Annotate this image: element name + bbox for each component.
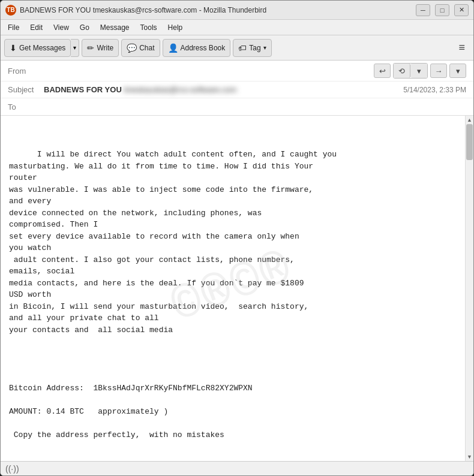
window-controls: ─ □ ✕ [416, 4, 469, 16]
minimize-button[interactable]: ─ [416, 4, 430, 16]
forward-button[interactable]: → [430, 64, 447, 78]
status-icon: ((·)) [5, 464, 19, 474]
address-book-button[interactable]: 👤 Address Book [163, 39, 231, 57]
chat-button[interactable]: 💬 Chat [121, 39, 160, 57]
email-body-container: ©®©® I will be direct You watch adult co… [1, 116, 473, 461]
write-icon: ✏ [87, 43, 94, 53]
from-label: From [8, 67, 44, 76]
close-button[interactable]: ✕ [454, 4, 469, 16]
write-button[interactable]: ✏ Write [82, 39, 119, 57]
nav-buttons: ↩ ⟲ ▾ → ▾ [374, 63, 466, 79]
address-book-icon: 👤 [168, 43, 178, 53]
scrollbar[interactable]: ▲ ▼ [465, 116, 473, 461]
scrollbar-up-arrow[interactable]: ▲ [466, 116, 474, 124]
email-body-text: I will be direct You watch adult content… [9, 150, 337, 439]
menu-file[interactable]: File [3, 22, 24, 33]
tag-group: 🏷 Tag ▾ [233, 39, 271, 57]
from-row: From ↩ ⟲ ▾ → ▾ [1, 61, 473, 82]
more-nav-button[interactable]: ▾ [449, 64, 466, 78]
subject-value: BADNEWS FOR YOU tmeskauskas@rcs-software… [44, 85, 403, 94]
chat-icon: 💬 [127, 43, 137, 53]
reply-all-group: ⟲ ▾ [393, 63, 428, 79]
tag-button[interactable]: 🏷 Tag ▾ [233, 39, 271, 57]
menu-go[interactable]: Go [75, 22, 94, 33]
email-date: 5/14/2023, 2:33 PM [403, 86, 466, 94]
reply-all-button[interactable]: ⟲ [394, 64, 410, 78]
subject-label: Subject [8, 85, 44, 94]
get-messages-button[interactable]: ⬇ Get Messages [4, 39, 71, 57]
email-body: ©®©® I will be direct You watch adult co… [1, 116, 465, 461]
reply-all-dropdown[interactable]: ▾ [410, 64, 427, 78]
scrollbar-thumb[interactable] [466, 124, 473, 160]
subject-email-blurred: tmeskauskas@rcs-software.com [124, 85, 236, 94]
get-messages-group: ⬇ Get Messages ▾ [4, 39, 79, 57]
tag-icon: 🏷 [238, 43, 247, 53]
get-messages-dropdown[interactable]: ▾ [71, 39, 79, 57]
main-window: TB BADNEWS FOR YOU tmeskauskas@rcs-softw… [0, 0, 474, 476]
menu-tools[interactable]: Tools [136, 22, 162, 33]
to-label: To [8, 103, 44, 112]
scrollbar-track[interactable] [466, 124, 473, 453]
status-bar: ((·)) [1, 461, 473, 475]
window-title: BADNEWS FOR YOU tmeskauskas@rcs-software… [20, 6, 416, 14]
app-icon: TB [5, 5, 16, 16]
toolbar: ⬇ Get Messages ▾ ✏ Write 💬 Chat 👤 Addres… [1, 35, 473, 61]
menu-message[interactable]: Message [95, 22, 134, 33]
to-row: To [1, 98, 473, 115]
hamburger-menu-button[interactable]: ≡ [454, 39, 470, 56]
maximize-button[interactable]: □ [435, 4, 449, 16]
menu-view[interactable]: View [49, 22, 74, 33]
reply-button[interactable]: ↩ [374, 64, 391, 78]
title-bar: TB BADNEWS FOR YOU tmeskauskas@rcs-softw… [1, 1, 473, 20]
watermark: ©®©® [162, 233, 304, 344]
subject-row: Subject BADNEWS FOR YOU tmeskauskas@rcs-… [1, 82, 473, 98]
menu-bar: File Edit View Go Message Tools Help [1, 20, 473, 35]
get-messages-icon: ⬇ [10, 43, 17, 53]
email-header: From ↩ ⟲ ▾ → ▾ Subject BADNEWS FOR YOU t… [1, 61, 473, 116]
menu-help[interactable]: Help [163, 22, 188, 33]
menu-edit[interactable]: Edit [25, 22, 47, 33]
scrollbar-down-arrow[interactable]: ▼ [466, 453, 474, 461]
